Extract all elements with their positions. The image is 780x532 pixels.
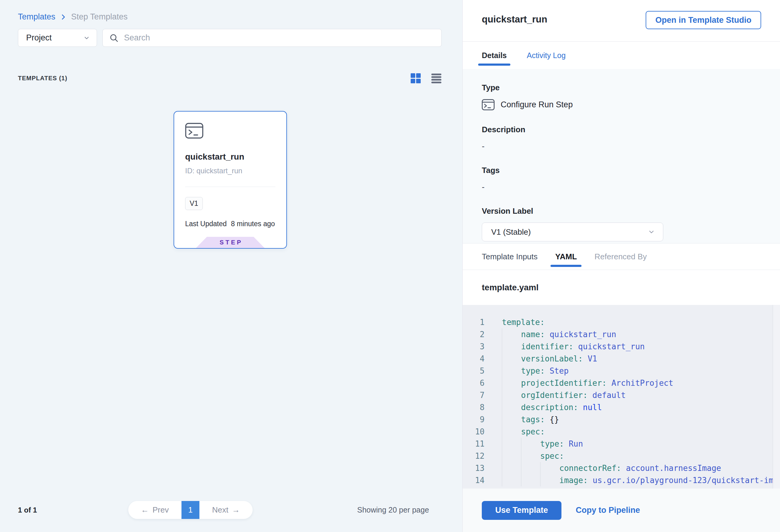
tab-activity-log[interactable]: Activity Log <box>527 42 566 69</box>
last-updated-row: Last Updated 8 minutes ago <box>185 220 276 228</box>
yaml-line: 1template: <box>462 316 780 328</box>
copy-to-pipeline-link[interactable]: Copy to Pipeline <box>576 505 640 515</box>
drawer-title: quickstart_run <box>482 14 547 25</box>
description-value: - <box>482 142 761 151</box>
arrow-left-icon: ← <box>141 505 149 515</box>
yaml-line: 13connectorRef: account.harnessImage <box>462 462 780 474</box>
per-page-summary: Showing 20 per page <box>357 501 429 519</box>
drawer-tabs: Details Activity Log <box>462 42 780 69</box>
terminal-icon <box>185 123 276 139</box>
template-details-panel: quickstart_run Open in Template Studio D… <box>462 0 780 532</box>
version-label: Version Label <box>482 206 761 216</box>
grid-view-icon[interactable] <box>410 72 421 84</box>
template-card[interactable]: quickstart_run ID: quickstart_run V1 Las… <box>174 111 287 249</box>
use-template-button[interactable]: Use Template <box>482 501 562 520</box>
drawer-header: quickstart_run Open in Template Studio <box>462 0 780 42</box>
chevron-down-icon <box>83 35 90 41</box>
scope-select[interactable]: Project <box>18 29 97 47</box>
card-divider <box>185 187 276 187</box>
yaml-line: 9tags: {} <box>462 414 780 426</box>
yaml-line: 3identifier: quickstart_run <box>462 340 780 353</box>
drawer-footer: Use Template Copy to Pipeline <box>462 488 780 532</box>
pagination: ← Prev 1 Next → <box>128 501 253 519</box>
tab-template-inputs[interactable]: Template Inputs <box>482 243 538 270</box>
template-card-id: ID: quickstart_run <box>185 166 276 175</box>
type-value: Configure Run Step <box>501 100 573 109</box>
next-page-button[interactable]: Next → <box>199 501 253 519</box>
tags-label: Tags <box>482 166 761 175</box>
yaml-code: 1template:2name: quickstart_run3identifi… <box>462 316 780 486</box>
search-box <box>102 29 442 47</box>
chevron-right-icon <box>60 13 67 21</box>
tab-referenced-by[interactable]: Referenced By <box>595 243 647 270</box>
type-value-row: Configure Run Step <box>482 99 761 110</box>
version-select[interactable]: V1 (Stable) <box>482 223 663 241</box>
chevron-down-icon <box>648 228 655 236</box>
yaml-line: 11type: Run <box>462 438 780 450</box>
tab-details[interactable]: Details <box>482 42 507 69</box>
code-scrollbar-track[interactable] <box>773 305 780 488</box>
type-label: Type <box>482 83 761 92</box>
list-view-icon[interactable] <box>431 72 442 84</box>
list-header: TEMPLATES (1) <box>18 72 442 85</box>
tags-value: - <box>482 182 761 192</box>
breadcrumb-current: Step Templates <box>71 12 128 21</box>
last-updated-value: 8 minutes ago <box>231 220 275 228</box>
yaml-line: 5type: Step <box>462 365 780 377</box>
yaml-line: 14image: us.gcr.io/playground-123/quicks… <box>462 474 780 486</box>
templates-list-panel: Templates Step Templates Project TEMPLAT… <box>0 0 462 532</box>
description-label: Description <box>482 125 761 134</box>
yaml-line: 4versionLabel: V1 <box>462 353 780 365</box>
yaml-code-viewer[interactable]: 1template:2name: quickstart_run3identifi… <box>462 305 780 488</box>
arrow-right-icon: → <box>232 505 240 515</box>
prev-page-button[interactable]: ← Prev <box>128 501 182 519</box>
yaml-line: 10spec: <box>462 426 780 438</box>
yaml-line: 7orgIdentifier: default <box>462 389 780 401</box>
version-select-value: V1 (Stable) <box>491 227 531 237</box>
page-summary: 1 of 1 <box>18 501 37 519</box>
yaml-line: 2name: quickstart_run <box>462 328 780 340</box>
terminal-icon <box>482 99 495 110</box>
tab-yaml[interactable]: YAML <box>555 243 577 270</box>
breadcrumb-templates-link[interactable]: Templates <box>18 12 55 21</box>
page-number-button[interactable]: 1 <box>182 501 199 519</box>
yaml-line: 6projectIdentifier: ArchitProject <box>462 377 780 389</box>
details-section: Type Configure Run Step Description - Ta… <box>462 69 780 243</box>
search-icon <box>109 33 119 43</box>
search-input[interactable] <box>124 33 435 43</box>
open-in-template-studio-button[interactable]: Open in Template Studio <box>646 11 761 29</box>
view-toggles <box>410 72 442 84</box>
version-badge: V1 <box>185 197 203 210</box>
step-type-ribbon: STEP <box>196 237 265 248</box>
scope-select-value: Project <box>26 33 52 43</box>
last-updated-label: Last Updated <box>185 220 227 228</box>
breadcrumb: Templates Step Templates <box>18 12 128 21</box>
yaml-file-name: template.yaml <box>462 270 780 305</box>
yaml-line: 12spec: <box>462 450 780 462</box>
content-tabs: Template Inputs YAML Referenced By <box>462 243 780 270</box>
templates-count-title: TEMPLATES (1) <box>18 75 67 82</box>
template-card-title: quickstart_run <box>185 152 276 162</box>
yaml-line: 8description: null <box>462 401 780 414</box>
